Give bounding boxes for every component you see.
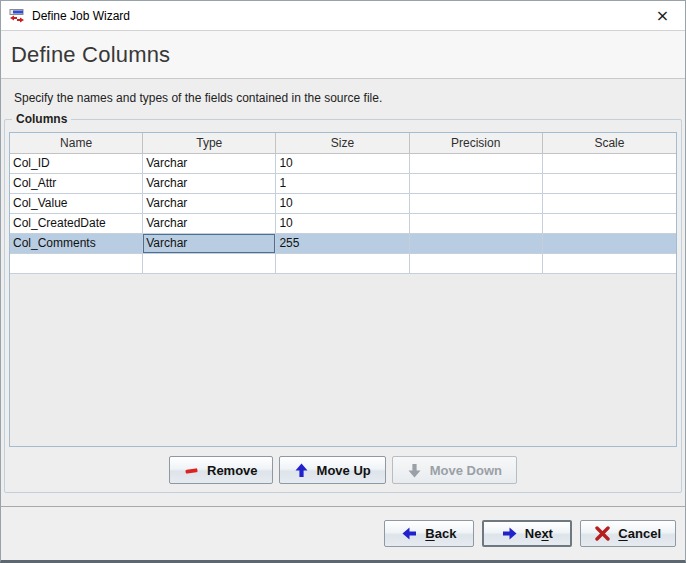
table-cell[interactable]: Varchar — [143, 174, 276, 194]
column-header[interactable]: Type — [143, 133, 276, 154]
table-header-row: NameTypeSizePrecisionScale — [10, 133, 676, 154]
back-button-label: Back — [425, 526, 456, 541]
define-job-wizard-dialog: Define Job Wizard × Define Columns Speci… — [0, 0, 686, 563]
table-cell[interactable] — [543, 254, 676, 274]
columns-table: NameTypeSizePrecisionScale Col_IDVarchar… — [9, 132, 677, 447]
wizard-step-header: Define Columns — [1, 31, 685, 79]
table-row[interactable]: Col_CommentsVarchar255 — [10, 234, 676, 254]
move-up-button[interactable]: Move Up — [279, 456, 386, 484]
columns-groupbox: Columns NameTypeSizePrecisionScale Col_I… — [4, 119, 682, 493]
table-cell[interactable]: Col_Value — [10, 194, 143, 214]
close-button[interactable]: × — [640, 1, 685, 30]
next-button[interactable]: Next — [482, 520, 572, 547]
column-header[interactable]: Name — [10, 133, 143, 154]
table-row[interactable] — [10, 254, 676, 274]
arrow-left-icon — [402, 526, 417, 541]
app-icon — [9, 8, 25, 24]
remove-button[interactable]: Remove — [169, 456, 273, 484]
table-cell[interactable] — [543, 174, 676, 194]
column-header[interactable]: Scale — [543, 133, 676, 154]
move-down-button-label: Move Down — [430, 463, 502, 478]
table-cell[interactable] — [410, 254, 543, 274]
table-cell[interactable]: 10 — [276, 214, 409, 234]
table-cell[interactable]: Col_CreatedDate — [10, 214, 143, 234]
remove-button-label: Remove — [207, 463, 258, 478]
table-cell[interactable] — [410, 194, 543, 214]
table-cell[interactable] — [543, 194, 676, 214]
table-cell[interactable] — [10, 254, 143, 274]
back-button[interactable]: Back — [384, 520, 474, 547]
table-cell[interactable] — [543, 214, 676, 234]
wizard-content: Specify the names and types of the field… — [1, 79, 685, 507]
table-row[interactable]: Col_CreatedDateVarchar10 — [10, 214, 676, 234]
table-cell[interactable]: Col_Attr — [10, 174, 143, 194]
arrow-up-icon — [294, 463, 309, 478]
move-up-button-label: Move Up — [317, 463, 371, 478]
table-cell[interactable]: 10 — [276, 194, 409, 214]
table-cell[interactable]: Col_Comments — [10, 234, 143, 254]
table-cell[interactable]: Varchar — [143, 194, 276, 214]
title-bar: Define Job Wizard × — [1, 1, 685, 31]
table-cell[interactable] — [276, 254, 409, 274]
table-cell[interactable]: Varchar — [143, 234, 276, 254]
table-cell[interactable]: Varchar — [143, 154, 276, 174]
cancel-button[interactable]: Cancel — [580, 520, 676, 547]
table-cell[interactable]: 255 — [276, 234, 409, 254]
table-body: Col_IDVarchar10Col_AttrVarchar1Col_Value… — [10, 154, 676, 274]
table-cell[interactable] — [410, 154, 543, 174]
wizard-button-bar: Back Next Cancel — [1, 507, 685, 560]
table-cell[interactable]: 1 — [276, 174, 409, 194]
page-title: Define Columns — [11, 42, 170, 68]
table-cell[interactable]: 10 — [276, 154, 409, 174]
table-cell[interactable] — [543, 234, 676, 254]
table-row[interactable]: Col_ValueVarchar10 — [10, 194, 676, 214]
table-cell[interactable] — [410, 174, 543, 194]
table-action-bar: Remove Move Up Mov — [5, 453, 681, 487]
cancel-x-icon — [595, 526, 610, 541]
table-cell[interactable]: Col_ID — [10, 154, 143, 174]
window-title: Define Job Wizard — [32, 9, 130, 23]
columns-group-label: Columns — [12, 112, 71, 126]
table-cell[interactable] — [143, 254, 276, 274]
table-row[interactable]: Col_IDVarchar10 — [10, 154, 676, 174]
column-header[interactable]: Size — [276, 133, 409, 154]
column-header[interactable]: Precision — [410, 133, 543, 154]
table-cell[interactable] — [543, 154, 676, 174]
cancel-button-label: Cancel — [618, 526, 661, 541]
table-cell[interactable] — [410, 214, 543, 234]
arrow-right-icon — [502, 526, 517, 541]
move-down-button[interactable]: Move Down — [392, 456, 517, 484]
table-cell[interactable] — [410, 234, 543, 254]
table-cell[interactable]: Varchar — [143, 214, 276, 234]
remove-minus-icon — [184, 463, 199, 478]
next-button-label: Next — [525, 526, 553, 541]
arrow-down-icon — [407, 463, 422, 478]
step-description: Specify the names and types of the field… — [14, 91, 685, 105]
table-row[interactable]: Col_AttrVarchar1 — [10, 174, 676, 194]
